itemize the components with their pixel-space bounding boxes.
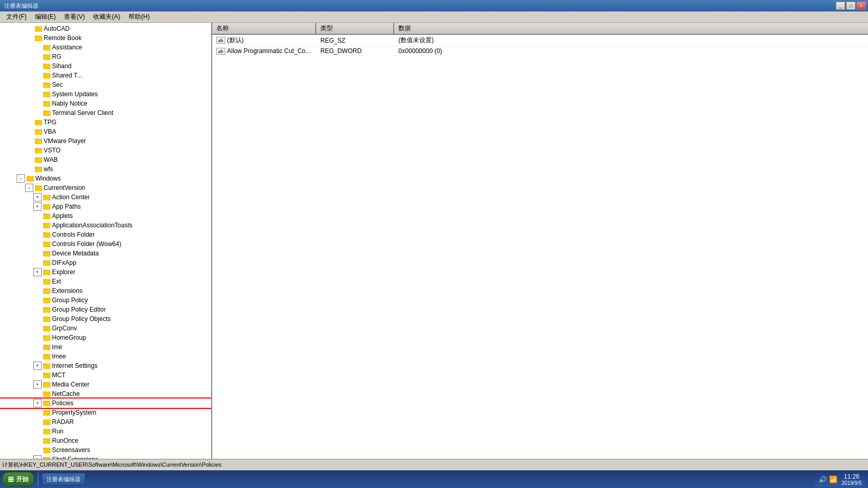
tree-item-action-center[interactable]: + Action Center [0,192,211,202]
tree-item-gp-editor[interactable]: Group Policy Editor [0,305,211,314]
status-bar: 计算机\HKEY_CURRENT_USER\Software\Microsoft… [0,459,868,470]
tree-item-media-center[interactable]: + Media Center [0,380,211,389]
tree-item-vba[interactable]: VBA [0,127,211,136]
svg-rect-79 [43,392,46,393]
expander-sihand [33,62,42,70]
table-row[interactable]: ab Allow Programmatic Cut_Co... REG_DWOR… [212,46,868,56]
tree-item-sysupdates[interactable]: System Updates [0,89,211,99]
tree-item-difxapp[interactable]: DIFxApp [0,258,211,267]
tree-item-device-meta[interactable]: Device Metadata [0,249,211,258]
tree-label-action-center: Action Center [52,194,90,201]
tree-item-sihand[interactable]: Sihand [0,61,211,71]
tree-item-autocad[interactable]: AutoCAD [0,24,211,33]
tree-item-assistance[interactable]: Assistance [0,43,211,52]
tree-item-wab[interactable]: WAB [0,155,211,164]
start-button[interactable]: ⊞ 开始 [2,472,34,486]
tree-item-sec[interactable]: Sec [0,80,211,89]
tree-item-ime[interactable]: ime [0,342,211,352]
tree-label-sysupdates: System Updates [52,91,98,98]
folder-icon-run [43,428,51,435]
clock: 11:26 2019/9/5 [841,473,862,486]
svg-rect-39 [43,204,46,206]
expander-ime [33,343,42,351]
expander-media-center[interactable]: + [33,380,42,389]
expander-explorer[interactable]: + [33,268,42,276]
title-bar-buttons[interactable]: _ □ × [836,2,866,10]
menu-edit[interactable]: 编辑(E) [31,11,60,22]
expander-action-center[interactable]: + [33,193,42,201]
menu-view[interactable]: 查看(V) [60,11,89,22]
tree-item-vmware[interactable]: VMware Player [0,136,211,146]
taskbar-regedit-button[interactable]: 注册表编辑器 [42,473,85,485]
folder-icon-applets [43,212,51,220]
tree-item-imee[interactable]: Imee [0,352,211,361]
tree-item-appasso[interactable]: ApplicationAssociationToasts [0,221,211,230]
tree-item-homegroup[interactable]: HomeGroup [0,333,211,342]
svg-rect-43 [43,223,46,224]
tree-item-screensavers[interactable]: Screensavers [0,445,211,455]
tree-item-shell-extensions[interactable]: + Shell Extensions [0,455,211,459]
tree-item-controls-folder64[interactable]: Controls Folder (Wow64) [0,239,211,249]
expander-shell-extensions[interactable]: + [33,455,42,459]
expander-group-policy [33,296,42,304]
tree-item-tpg[interactable]: TPG [0,118,211,127]
system-tray: 🔊 📶 11:26 2019/9/5 [814,472,866,486]
tree-item-extensions[interactable]: Extensions [0,286,211,296]
tree-item-netcache[interactable]: NetCache [0,389,211,399]
tree-label-ext: Ext [52,278,61,285]
tree-item-windows[interactable]: - Windows [0,174,211,183]
tree-item-radar[interactable]: RADAR [0,417,211,427]
tree-item-nablynotice[interactable]: Nably Notice [0,99,211,108]
svg-rect-41 [43,214,46,215]
col-header-data[interactable]: 数据 [394,23,868,34]
tree-item-mct[interactable]: MCT [0,370,211,380]
tree-item-sharedt[interactable]: Shared T... [0,71,211,80]
tree-item-remotebook[interactable]: Remote Book [0,33,211,43]
folder-icon-tpg [34,119,43,126]
tree-item-propertysystem[interactable]: PropertySystem [0,408,211,417]
tree-pane[interactable]: AutoCAD Remote Book Assistance RG Sihand [0,23,212,459]
folder-icon-gp-editor [43,306,51,313]
svg-rect-27 [35,148,38,149]
table-row[interactable]: ab (默认) REG_SZ (数值未设置) [212,35,868,46]
tree-item-internet-settings[interactable]: + Internet Settings [0,361,211,370]
tree-item-terminalserver[interactable]: Terminal Server Client [0,108,211,118]
tree-item-gp-objects[interactable]: Group Policy Objects [0,314,211,324]
tree-item-grpconv[interactable]: GrpConv [0,324,211,333]
maximize-button[interactable]: □ [846,2,856,10]
tree-item-app-paths[interactable]: + App Paths [0,202,211,211]
minimize-button[interactable]: _ [836,2,845,10]
cell-data-default: (数值未设置) [394,35,868,46]
tree-item-rg[interactable]: RG [0,52,211,61]
table-header: 名称 类型 数据 [212,23,868,35]
menu-file[interactable]: 文件(F) [2,11,31,22]
tree-item-wfs[interactable]: wfs [0,164,211,174]
expander-windows[interactable]: - [17,174,25,183]
tree-item-controls-folder[interactable]: Controls Folder [0,230,211,239]
tree-item-applets[interactable]: Applets [0,211,211,221]
expander-app-paths[interactable]: + [33,202,42,211]
expander-currentversion[interactable]: - [25,184,33,192]
expander-assistance [33,43,42,52]
menu-favorites[interactable]: 收藏夹(A) [89,11,124,22]
expander-policies[interactable]: + [33,399,42,407]
menu-help[interactable]: 帮助(H) [124,11,154,22]
tree-item-runonce[interactable]: RunOnce [0,436,211,445]
tree-item-policies[interactable]: + Policies [0,399,211,408]
tree-label-gp-editor: Group Policy Editor [52,306,106,313]
tree-item-run[interactable]: Run [0,427,211,436]
col-header-type[interactable]: 类型 [316,23,394,34]
col-header-name[interactable]: 名称 [212,23,316,34]
expander-internet-settings[interactable]: + [33,362,42,370]
tree-item-currentversion[interactable]: - CurrentVersion [0,183,211,192]
tree-label-currentversion: CurrentVersion [44,184,85,191]
tree-item-explorer[interactable]: + Explorer [0,267,211,277]
expander-rg [33,53,42,61]
svg-rect-91 [43,448,46,449]
tree-item-group-policy[interactable]: Group Policy [0,296,211,305]
close-button[interactable]: × [857,2,866,10]
taskbar: ⊞ 开始 注册表编辑器 🔊 📶 11:26 2019/9/5 [0,470,868,488]
tree-item-vsto[interactable]: VSTO [0,146,211,155]
expander-homegroup [33,333,42,342]
tree-item-ext[interactable]: Ext [0,277,211,286]
